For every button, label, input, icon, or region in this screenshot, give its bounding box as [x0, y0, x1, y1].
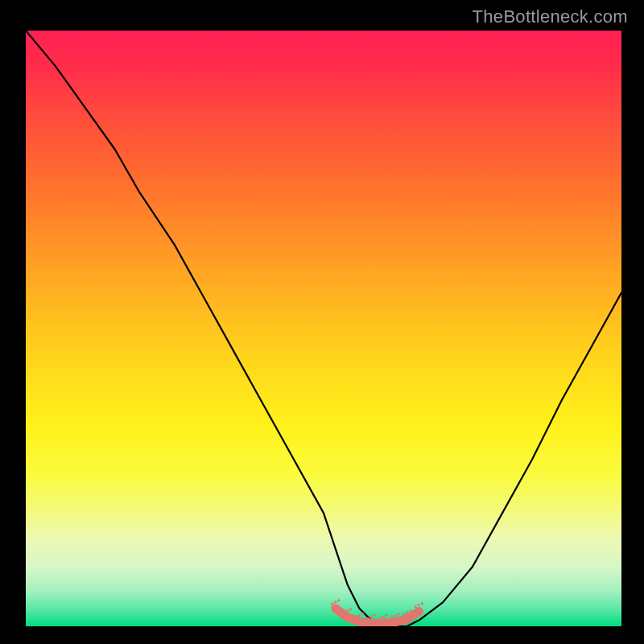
- svg-point-19: [406, 612, 408, 614]
- bottleneck-curve: [26, 31, 621, 626]
- chart-frame: TheBottleneck.com: [0, 0, 644, 644]
- svg-point-17: [397, 613, 399, 615]
- svg-point-10: [370, 616, 373, 618]
- svg-point-9: [367, 617, 369, 620]
- svg-point-16: [394, 614, 396, 617]
- svg-point-14: [385, 614, 387, 617]
- svg-point-15: [390, 616, 393, 618]
- svg-point-21: [415, 605, 417, 608]
- svg-point-18: [402, 613, 405, 616]
- svg-point-22: [418, 604, 420, 606]
- svg-point-0: [331, 602, 333, 605]
- svg-point-3: [343, 611, 345, 613]
- svg-point-20: [409, 610, 411, 613]
- svg-point-1: [334, 601, 336, 603]
- plot-area: [26, 31, 621, 626]
- svg-point-7: [358, 614, 361, 617]
- svg-point-4: [346, 609, 349, 612]
- watermark-text: TheBottleneck.com: [473, 6, 628, 27]
- svg-point-6: [355, 616, 357, 618]
- svg-point-5: [349, 608, 352, 610]
- svg-point-12: [378, 617, 381, 620]
- svg-point-11: [374, 614, 376, 617]
- svg-point-13: [382, 616, 384, 618]
- curve-layer: [26, 31, 621, 626]
- svg-point-2: [337, 599, 340, 601]
- svg-point-8: [361, 613, 364, 615]
- svg-point-23: [421, 602, 423, 605]
